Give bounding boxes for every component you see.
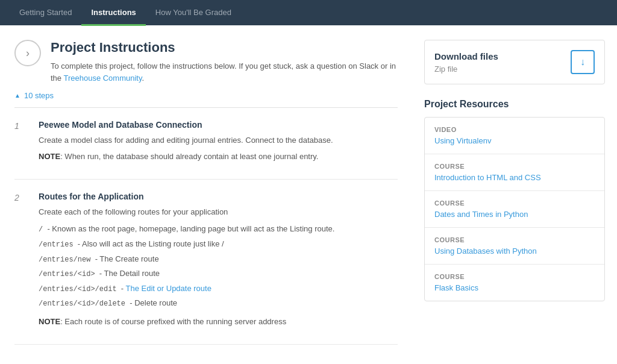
step-description-1: Create a model class for adding and edit… <box>39 134 398 147</box>
download-icon: ↓ <box>580 57 585 67</box>
edit-route-link[interactable]: The Edit or Update route <box>126 284 211 293</box>
route-entries: /entries - Also will act as the Listing … <box>39 237 398 252</box>
resources-title: Project Resources <box>424 99 605 110</box>
resource-item-0: Video Using Virtualenv <box>425 118 604 154</box>
step-item-1: 1 Peewee Model and Database Connection C… <box>14 108 398 180</box>
nav-instructions[interactable]: Instructions <box>81 0 145 26</box>
resources-box: Video Using Virtualenv Course Introducti… <box>424 117 605 301</box>
resource-link-3[interactable]: Using Databases with Python <box>434 246 537 256</box>
resource-type-2: Course <box>434 199 595 207</box>
step-item-2: 2 Routes for the Application Create each… <box>14 180 398 345</box>
step-number-2: 2 <box>14 192 27 202</box>
nav-getting-started[interactable]: Getting Started <box>10 0 81 26</box>
route-entries-id-delete: /entries/<id>/delete - Delete route <box>39 296 398 311</box>
route-entries-id-edit: /entries/<id>/edit - The Edit or Update … <box>39 281 398 297</box>
step-number-1: 1 <box>14 120 27 131</box>
steps-toggle[interactable]: ▲ 10 steps <box>14 91 398 100</box>
steps-count: 10 steps <box>24 91 54 100</box>
resource-item-1: Course Introduction to HTML and CSS <box>425 154 604 191</box>
step-title-2: Routes for the Application <box>39 192 398 201</box>
back-button[interactable]: › <box>14 40 41 66</box>
step-note-text-1: When run, the database should already co… <box>64 152 318 161</box>
route-entries-id: /entries/<id> - The Detail route <box>39 266 398 281</box>
step-note-1: NOTE: When run, the database should alre… <box>39 151 398 163</box>
chevron-up-icon: ▲ <box>14 92 20 99</box>
download-info: Download files Zip file <box>434 51 498 74</box>
main-layout: › Project Instructions To complete this … <box>0 25 617 345</box>
resource-type-0: Video <box>434 126 595 133</box>
step-content-1: Peewee Model and Database Connection Cre… <box>39 120 398 167</box>
step-note-2: NOTE: Each route is of course prefixed w… <box>39 316 398 328</box>
resource-item-4: Course Flask Basics <box>425 265 604 301</box>
right-sidebar: Download files Zip file ↓ Project Resour… <box>412 40 617 301</box>
resources-section: Project Resources Video Using Virtualenv… <box>424 99 605 301</box>
resource-item-3: Course Using Databases with Python <box>425 228 604 265</box>
download-subtitle: Zip file <box>434 64 457 74</box>
back-arrow-icon: › <box>26 47 30 60</box>
nav-graded[interactable]: How You'll Be Graded <box>146 0 241 26</box>
resource-type-1: Course <box>434 163 595 170</box>
resource-link-0[interactable]: Using Virtualenv <box>434 136 491 145</box>
resource-link-4[interactable]: Flask Basics <box>434 283 478 292</box>
route-entries-new: /entries/new - The Create route <box>39 252 398 267</box>
resource-type-3: Course <box>434 236 595 243</box>
project-header-text: Project Instructions To complete this pr… <box>51 40 398 84</box>
resource-type-4: Course <box>434 273 595 280</box>
resource-link-1[interactable]: Introduction to HTML and CSS <box>434 173 541 182</box>
route-root: / - Known as the root page, homepage, la… <box>39 222 398 237</box>
download-title: Download files <box>434 51 498 61</box>
steps-list: 1 Peewee Model and Database Connection C… <box>14 107 398 345</box>
step-content-2: Routes for the Application Create each o… <box>39 192 398 332</box>
resource-item-2: Course Dates and Times in Python <box>425 191 604 228</box>
project-description: To complete this project, follow the ins… <box>51 60 398 84</box>
step-title-1: Peewee Model and Database Connection <box>39 120 398 130</box>
step-note-text-2: Each route is of course prefixed with th… <box>64 317 286 326</box>
project-header: › Project Instructions To complete this … <box>14 40 398 84</box>
project-title: Project Instructions <box>51 40 398 55</box>
step-description-2: Create each of the following routes for … <box>39 206 398 219</box>
download-box: Download files Zip file ↓ <box>424 40 605 84</box>
left-content: › Project Instructions To complete this … <box>0 40 412 345</box>
top-nav: Getting Started Instructions How You'll … <box>0 0 617 25</box>
download-button[interactable]: ↓ <box>571 50 595 74</box>
resource-link-2[interactable]: Dates and Times in Python <box>434 210 528 219</box>
treehouse-community-link[interactable]: Treehouse Community <box>63 74 142 83</box>
